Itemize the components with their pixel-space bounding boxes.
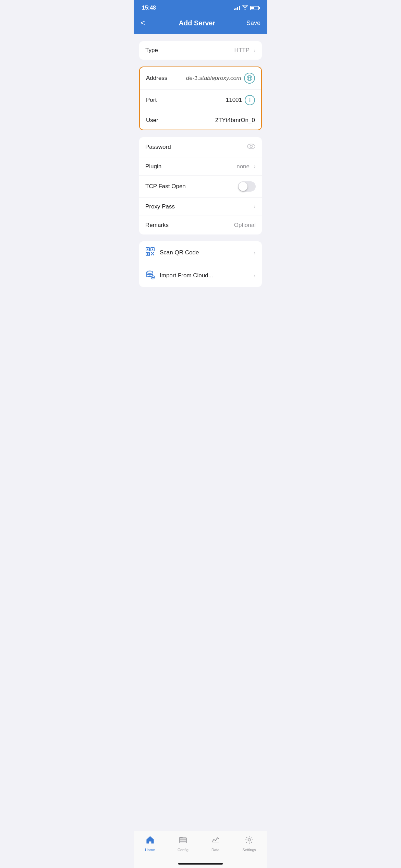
svg-rect-13 <box>153 252 154 253</box>
save-button[interactable]: Save <box>246 20 260 27</box>
svg-rect-12 <box>151 252 152 253</box>
type-value-container: HTTP › <box>234 47 256 54</box>
remarks-row[interactable]: Remarks Optional <box>139 216 262 234</box>
scan-qr-left: Scan QR Code <box>145 247 199 258</box>
svg-point-28 <box>213 839 214 840</box>
tab-settings-label: Settings <box>242 848 256 852</box>
status-icons <box>234 5 259 11</box>
scan-qr-row[interactable]: Scan QR Code › <box>139 241 262 264</box>
home-indicator <box>134 860 267 868</box>
globe-icon <box>244 73 255 84</box>
type-row[interactable]: Type HTTP › <box>139 41 262 60</box>
page-title: Add Server <box>179 19 216 27</box>
svg-rect-11 <box>147 253 148 255</box>
plugin-value-container: none › <box>236 163 256 170</box>
svg-rect-7 <box>147 249 148 250</box>
tab-data[interactable]: Data <box>207 834 224 853</box>
remarks-placeholder: Optional <box>234 222 256 229</box>
options-card: Password Plugin none › TCP Fast Open <box>139 137 262 234</box>
proxy-pass-label: Proxy Pass <box>145 203 176 210</box>
time-display: 15:48 <box>142 5 156 11</box>
actions-card: Scan QR Code › <box>139 241 262 287</box>
svg-point-30 <box>217 837 218 839</box>
port-label: Port <box>146 97 177 104</box>
remarks-label: Remarks <box>145 222 176 229</box>
user-value: 2TYt4bmrOn_0 <box>215 117 255 124</box>
password-label: Password <box>145 144 176 150</box>
tcp-label: TCP Fast Open <box>145 183 186 190</box>
tab-home-label: Home <box>145 848 155 852</box>
svg-point-17 <box>147 271 153 274</box>
home-icon <box>146 835 155 846</box>
plugin-label: Plugin <box>145 163 176 170</box>
plugin-chevron-icon: › <box>254 163 256 170</box>
address-value-container: de-1.stableproxy.com <box>186 73 255 84</box>
tcp-row[interactable]: TCP Fast Open <box>139 176 262 197</box>
status-bar: 15:48 <box>134 0 267 14</box>
svg-rect-16 <box>152 253 153 254</box>
qr-code-icon <box>145 247 155 258</box>
info-icon: i <box>245 95 255 105</box>
scan-qr-label: Scan QR Code <box>160 249 199 256</box>
proxy-pass-chevron-icon: › <box>254 203 256 210</box>
database-plus-icon <box>145 270 155 281</box>
tab-home[interactable]: Home <box>141 834 159 853</box>
svg-rect-9 <box>152 249 153 250</box>
tab-data-label: Data <box>211 848 219 852</box>
data-icon <box>211 835 220 846</box>
wifi-icon <box>242 5 248 11</box>
settings-icon <box>245 835 254 846</box>
svg-point-0 <box>247 76 252 81</box>
user-value-container: 2TYt4bmrOn_0 <box>215 117 255 124</box>
import-cloud-label: Import From Cloud... <box>160 272 213 279</box>
import-cloud-chevron-icon: › <box>254 272 256 279</box>
svg-rect-15 <box>153 254 154 255</box>
import-cloud-row[interactable]: Import From Cloud... › <box>139 264 262 287</box>
svg-rect-27 <box>180 842 186 843</box>
password-value-container <box>247 143 256 152</box>
type-chevron-icon: › <box>254 47 256 54</box>
port-value-container: 11001 i <box>226 95 255 105</box>
svg-point-5 <box>250 145 253 148</box>
tab-settings[interactable]: Settings <box>238 834 260 853</box>
proxy-pass-row[interactable]: Proxy Pass › <box>139 197 262 216</box>
tcp-toggle[interactable] <box>238 181 256 192</box>
tab-config-label: Config <box>178 848 189 852</box>
eye-icon <box>247 143 256 152</box>
plugin-value: none <box>236 163 250 170</box>
config-icon <box>179 835 187 846</box>
svg-rect-14 <box>151 254 152 255</box>
svg-point-4 <box>247 144 255 149</box>
toggle-thumb <box>239 182 247 191</box>
type-value: HTTP <box>234 47 250 54</box>
plugin-row[interactable]: Plugin none › <box>139 157 262 176</box>
import-cloud-left: Import From Cloud... <box>145 270 213 281</box>
server-fields-card: Address de-1.stableproxy.com Port 11001 <box>139 67 262 130</box>
tab-config[interactable]: Config <box>173 834 193 853</box>
scan-qr-chevron-icon: › <box>254 249 256 256</box>
user-row[interactable]: User 2TYt4bmrOn_0 <box>140 111 261 130</box>
signal-icon <box>234 5 240 10</box>
nav-bar: < Add Server Save <box>134 14 267 34</box>
svg-point-29 <box>215 840 216 841</box>
svg-point-1 <box>248 76 251 81</box>
svg-point-32 <box>248 839 251 841</box>
port-row[interactable]: Port 11001 i <box>140 89 261 111</box>
type-card: Type HTTP › <box>139 41 262 60</box>
address-row[interactable]: Address de-1.stableproxy.com <box>140 67 261 89</box>
type-label: Type <box>145 47 176 54</box>
address-value: de-1.stableproxy.com <box>186 75 241 82</box>
battery-icon <box>250 6 259 10</box>
main-content: Type HTTP › Address de-1.stableproxy.com <box>134 34 267 831</box>
tab-bar: Home Config Data <box>134 831 267 860</box>
home-bar <box>178 863 223 865</box>
password-row[interactable]: Password <box>139 137 262 157</box>
svg-rect-26 <box>180 840 186 841</box>
address-label: Address <box>146 75 177 82</box>
user-label: User <box>146 117 177 124</box>
back-button[interactable]: < <box>141 17 148 29</box>
port-value: 11001 <box>226 97 242 104</box>
